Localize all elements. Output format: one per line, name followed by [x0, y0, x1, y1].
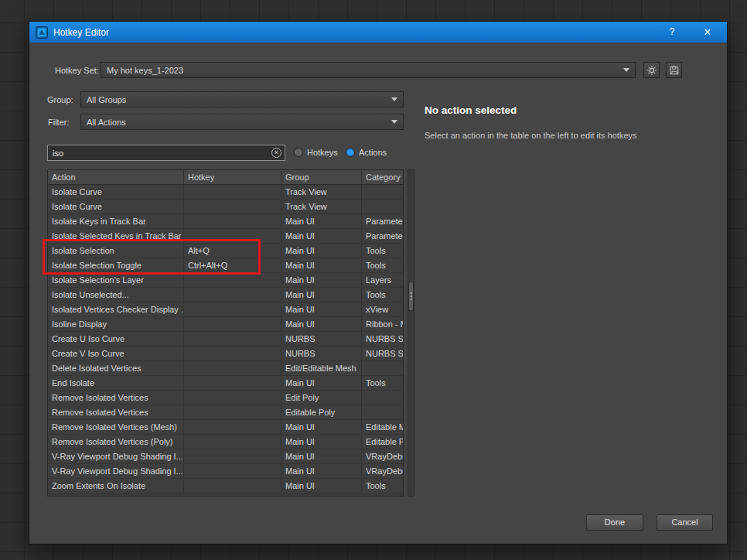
cell-action: Delete Isolated Vertices [48, 361, 184, 375]
cell-category: Tools [362, 376, 403, 390]
column-header-category[interactable]: Category [362, 170, 403, 184]
help-button[interactable]: ? [662, 22, 682, 43]
cancel-button[interactable]: Cancel [657, 514, 713, 531]
save-hotkey-set-button[interactable] [666, 62, 682, 78]
table-row[interactable]: Delete Isolated VerticesEdit/Editable Me… [48, 361, 403, 376]
table-row[interactable]: Zoom Extents On IsolateMain UITools [48, 479, 403, 493]
column-header-action[interactable]: Action [48, 170, 184, 184]
hotkey-set-dropdown[interactable]: My hot keys_1-2023 [101, 62, 636, 78]
cell-hotkey [184, 288, 281, 302]
clear-search-icon[interactable]: × [271, 148, 281, 158]
table-row[interactable]: Remove Isolated Vertices (Poly)Main UIEd… [48, 435, 403, 449]
cell-action: Isolate Curve [48, 200, 184, 213]
hotkey-editor-dialog: Hotkey Editor ? × Hotkey Set: My hot key… [29, 21, 728, 545]
table-row[interactable]: Isolated Vertices Checker Display ...Mai… [48, 302, 403, 317]
cell-action: V-Ray Viewport Debug Shading I... [48, 464, 184, 478]
cell-action: Isolate Keys in Track Bar [48, 214, 184, 228]
cell-group: Main UI [281, 479, 362, 493]
cell-group: Main UI [281, 317, 362, 331]
cell-category [362, 391, 403, 405]
table-scrollbar[interactable] [408, 169, 414, 497]
radio-actions[interactable]: Actions [346, 148, 387, 157]
table-row[interactable]: Isolate Keys in Track BarMain UIParamete… [48, 214, 403, 229]
cell-group: Track View [281, 200, 362, 213]
cell-category [362, 361, 403, 375]
filter-dropdown[interactable]: All Actions [80, 114, 404, 130]
cell-action: Remove Isolated Vertices [48, 391, 184, 405]
chevron-down-icon [391, 97, 397, 101]
cell-hotkey [184, 449, 281, 463]
cell-hotkey [184, 302, 281, 316]
cell-group: Edit/Editable Mesh [281, 361, 362, 375]
cell-group: Main UI [281, 288, 362, 302]
cell-group: Main UI [281, 273, 362, 287]
close-button[interactable]: × [696, 22, 719, 43]
table-row[interactable]: V-Ray Viewport Debug Shading I...Main UI… [48, 464, 403, 479]
dialog-title: Hotkey Editor [53, 27, 109, 38]
cell-category: xView [362, 302, 403, 316]
gear-icon [646, 65, 657, 76]
table-row[interactable]: Isolate SelectionAlt+QMain UITools [48, 244, 403, 258]
hotkey-set-settings-button[interactable] [643, 62, 660, 78]
column-header-group[interactable]: Group [281, 170, 362, 184]
cell-group: Main UI [281, 258, 362, 272]
table-row[interactable]: Isolate Selection ToggleCtrl+Alt+QMain U… [48, 258, 403, 273]
group-value: All Groups [87, 95, 126, 104]
cell-hotkey [184, 464, 281, 478]
radio-circle-icon [294, 148, 303, 157]
cell-action: Isolate Selection Toggle [48, 258, 184, 272]
table-row[interactable]: Remove Isolated VerticesEdit Poly [48, 391, 403, 405]
cell-category: Parameter . [362, 229, 403, 243]
cell-action: Create V Iso Curve [48, 347, 184, 360]
cell-group: Main UI [281, 302, 362, 316]
done-button[interactable]: Done [586, 514, 643, 531]
table-row[interactable]: Isolate Unselected...Main UITools [48, 288, 403, 302]
table-row[interactable]: Isolate Selected Keys in Track BarMain U… [48, 229, 403, 244]
table-row[interactable]: Remove Isolated VerticesEditable Poly [48, 405, 403, 420]
cell-hotkey [184, 420, 281, 434]
cell-hotkey [184, 347, 281, 360]
cell-category: Layers [362, 273, 403, 287]
table-row[interactable]: Isolate CurveTrack View [48, 200, 403, 214]
table-row[interactable]: Isoline DisplayMain UIRibbon - M. [48, 317, 403, 332]
cell-hotkey [184, 391, 281, 405]
cell-action: Isolate Selection [48, 244, 184, 258]
group-dropdown[interactable]: All Groups [80, 91, 404, 108]
cell-action: End Isolate [48, 376, 184, 390]
table-row[interactable]: End IsolateMain UITools [48, 376, 403, 391]
table-row[interactable]: Isolate CurveTrack View [48, 185, 403, 200]
hotkey-table-body: Isolate CurveTrack ViewIsolate CurveTrac… [48, 185, 403, 493]
radio-hotkeys[interactable]: Hotkeys [294, 148, 338, 157]
hotkey-set-value: My hot keys_1-2023 [107, 66, 183, 75]
table-row[interactable]: V-Ray Viewport Debug Shading I...Main UI… [48, 449, 403, 464]
table-row[interactable]: Isolate Selection's LayerMain UILayers [48, 273, 403, 288]
table-row[interactable]: Create V Iso CurveNURBSNURBS Sur. [48, 347, 403, 361]
cell-hotkey [184, 185, 281, 199]
cell-group: Main UI [281, 376, 362, 390]
cell-hotkey [184, 332, 281, 346]
cell-category [362, 200, 403, 213]
search-input[interactable] [47, 145, 285, 161]
radio-circle-icon [346, 148, 355, 157]
hotkey-table: ActionHotkeyGroupCategory Isolate CurveT… [47, 169, 404, 497]
cell-category [362, 405, 403, 419]
cell-hotkey [184, 214, 281, 228]
cell-group: Main UI [281, 244, 362, 258]
hotkey-set-label: Hotkey Set: [55, 65, 99, 76]
cell-category: Editable M.. [362, 420, 403, 434]
cell-category: Ribbon - M. [362, 317, 403, 331]
cell-category: Parameter . [362, 214, 403, 228]
cell-action: Create U Iso Curve [48, 332, 184, 346]
cell-action: Zoom Extents On Isolate [48, 479, 184, 493]
cell-hotkey [184, 435, 281, 449]
scrollbar-thumb[interactable] [408, 282, 414, 311]
table-row[interactable]: Remove Isolated Vertices (Mesh)Main UIEd… [48, 420, 403, 435]
dialog-titlebar[interactable]: Hotkey Editor ? × [29, 22, 727, 43]
cell-category: Tools [362, 258, 403, 272]
detail-title: No action selected [425, 104, 517, 116]
cell-hotkey [184, 317, 281, 331]
table-row[interactable]: Create U Iso CurveNURBSNURBS Sur. [48, 332, 403, 347]
column-header-hotkey[interactable]: Hotkey [184, 170, 281, 184]
cell-hotkey: Ctrl+Alt+Q [184, 258, 281, 272]
cell-action: Isolate Selected Keys in Track Bar [48, 229, 184, 243]
